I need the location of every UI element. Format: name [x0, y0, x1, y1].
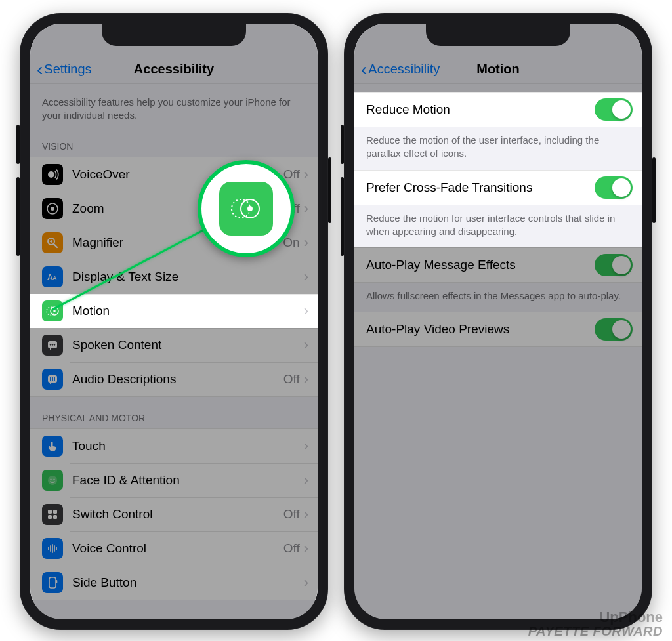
spoken-content-icon	[42, 335, 63, 356]
row-label: Reduce Motion	[366, 102, 595, 117]
svg-point-15	[54, 344, 55, 345]
chevron-right-icon: ›	[304, 302, 308, 320]
side-button-icon	[42, 572, 63, 593]
chevron-right-icon: ›	[304, 540, 308, 557]
row-label: Prefer Cross-Fade Transitions	[366, 180, 595, 195]
row-value: Off	[284, 541, 300, 556]
svg-point-18	[51, 478, 52, 480]
notch	[102, 24, 246, 46]
motion-icon-large	[219, 182, 273, 236]
chevron-right-icon: ›	[304, 268, 308, 285]
audio-descriptions-icon	[42, 369, 63, 390]
page-title: Motion	[476, 62, 520, 77]
voiceover-icon	[42, 164, 63, 185]
back-label: Settings	[44, 62, 91, 77]
svg-text:A: A	[52, 275, 57, 281]
settings-row-touch[interactable]: Touch›	[30, 429, 318, 463]
chevron-right-icon: ›	[304, 234, 308, 251]
phone-mockup-left: ‹ Settings Accessibility Accessibility f…	[20, 13, 328, 630]
toggle-switch[interactable]	[595, 98, 633, 121]
chevron-right-icon: ›	[304, 472, 308, 489]
settings-row-auto-play-video-previews[interactable]: Auto-Play Video Previews	[354, 312, 642, 346]
voice-control-icon	[42, 538, 63, 559]
page-title: Accessibility	[134, 62, 214, 77]
section-header-vision: VISION	[30, 125, 318, 157]
settings-row-audio-descriptions[interactable]: Audio DescriptionsOff›	[30, 362, 318, 396]
back-button[interactable]: ‹ Settings	[37, 62, 92, 77]
back-button[interactable]: ‹ Accessibility	[361, 62, 440, 77]
notch	[426, 24, 570, 46]
settings-row-face-id-attention[interactable]: Face ID & Attention›	[30, 463, 318, 497]
svg-point-2	[51, 207, 54, 211]
chevron-right-icon: ›	[304, 438, 308, 455]
touch-icon	[42, 436, 63, 457]
svg-point-28	[247, 206, 253, 211]
svg-point-14	[52, 344, 53, 345]
svg-rect-25	[56, 580, 58, 583]
row-value: Off	[284, 372, 300, 386]
magnifier-icon	[42, 232, 63, 253]
phone-mockup-right: ‹ Accessibility Motion Reduce MotionRedu…	[344, 13, 652, 630]
row-label: Spoken Content	[72, 338, 300, 352]
row-value: Off	[284, 167, 300, 182]
svg-rect-24	[49, 577, 56, 588]
row-footer: Allows fullscreen effects in the Message…	[354, 283, 642, 312]
row-value: On	[283, 236, 299, 250]
chevron-right-icon: ›	[304, 200, 308, 217]
settings-row-voice-control[interactable]: Voice ControlOff›	[30, 531, 318, 566]
svg-rect-20	[48, 510, 52, 514]
row-label: Audio Descriptions	[72, 372, 284, 386]
back-label: Accessibility	[368, 62, 440, 77]
chevron-right-icon: ›	[304, 371, 308, 388]
row-footer: Reduce the motion for user interface con…	[354, 205, 642, 248]
row-footer: Reduce the motion of the user interface,…	[354, 127, 642, 170]
callout-circle	[198, 160, 295, 257]
watermark: UpPhone PAYETTE FORWARD	[528, 610, 663, 638]
chevron-right-icon: ›	[304, 337, 308, 354]
row-label: Motion	[72, 304, 300, 318]
svg-point-17	[48, 476, 57, 485]
row-label: Side Button	[72, 575, 300, 590]
settings-row-display-text-size[interactable]: AADisplay & Text Size›	[30, 260, 318, 294]
svg-rect-21	[53, 510, 57, 514]
intro-text: Accessibility features help you customiz…	[30, 84, 318, 125]
row-label: Auto-Play Video Previews	[366, 322, 595, 337]
row-label: Face ID & Attention	[72, 473, 300, 487]
screen-motion: ‹ Accessibility Motion Reduce MotionRedu…	[354, 24, 642, 619]
chevron-left-icon: ‹	[361, 63, 367, 76]
switch-control-icon	[42, 504, 63, 525]
svg-point-19	[54, 478, 55, 480]
settings-row-auto-play-message-effects[interactable]: Auto-Play Message Effects	[354, 248, 642, 282]
faceid-icon	[42, 470, 63, 491]
svg-rect-23	[53, 515, 57, 519]
zoom-icon	[42, 198, 63, 219]
settings-row-switch-control[interactable]: Switch ControlOff›	[30, 497, 318, 531]
toggle-switch[interactable]	[595, 176, 633, 199]
row-label: Voice Control	[72, 541, 284, 556]
row-value: Off	[284, 507, 300, 522]
display-text-icon: AA	[42, 266, 63, 287]
svg-point-0	[48, 171, 54, 178]
row-label: Touch	[72, 439, 300, 453]
settings-row-prefer-cross-fade-transitions[interactable]: Prefer Cross-Fade Transitions	[354, 171, 642, 205]
svg-rect-22	[48, 515, 52, 519]
svg-point-13	[50, 344, 51, 345]
settings-row-spoken-content[interactable]: Spoken Content›	[30, 328, 318, 362]
svg-line-4	[54, 244, 57, 247]
chevron-right-icon: ›	[304, 574, 308, 591]
screen-accessibility: ‹ Settings Accessibility Accessibility f…	[30, 24, 318, 619]
toggle-switch[interactable]	[595, 318, 633, 341]
row-label: Auto-Play Message Effects	[366, 258, 595, 272]
toggle-switch[interactable]	[595, 254, 633, 276]
row-label: Switch Control	[72, 507, 284, 522]
chevron-left-icon: ‹	[37, 63, 43, 76]
chevron-right-icon: ›	[304, 166, 308, 183]
chevron-right-icon: ›	[304, 506, 308, 523]
settings-row-reduce-motion[interactable]: Reduce Motion	[354, 93, 642, 127]
settings-row-side-button[interactable]: Side Button›	[30, 566, 318, 600]
section-header-motor: PHYSICAL AND MOTOR	[30, 397, 318, 428]
